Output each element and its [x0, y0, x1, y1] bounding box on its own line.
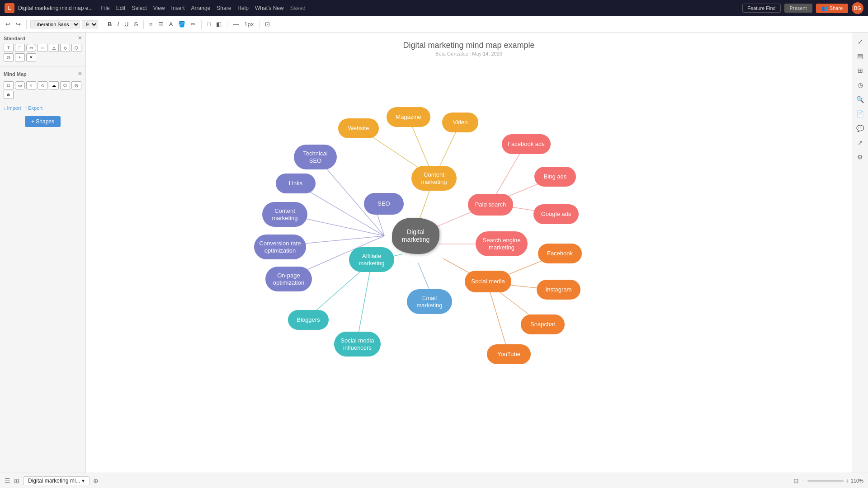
menu-whatsnew[interactable]: What's New	[255, 5, 284, 11]
shape-cross[interactable]: ✕	[26, 53, 36, 61]
node-content-label: Contentmarketing	[421, 171, 447, 185]
ms-hexagon[interactable]: ⬡	[60, 81, 70, 89]
tab-chevron[interactable]: ▾	[82, 478, 85, 484]
node-video[interactable]: Video	[442, 113, 478, 132]
node-links[interactable]: Links	[276, 174, 316, 193]
search-icon[interactable]: 🔍	[854, 93, 867, 106]
share2-icon[interactable]: ↗	[854, 136, 867, 149]
comment-icon[interactable]: 💬	[854, 122, 867, 135]
ms-rect[interactable]: □	[4, 81, 14, 89]
border-button[interactable]: □	[205, 20, 212, 28]
align-left-button[interactable]: ≡	[147, 20, 155, 28]
canvas-area[interactable]: Digital marketing mind map example Beta …	[86, 33, 852, 473]
node-paid-search[interactable]: Paid search	[468, 194, 513, 216]
standard-close[interactable]: ✕	[78, 35, 82, 41]
ms-cloud[interactable]: ☁	[49, 81, 59, 89]
fill-color-button[interactable]: 🪣	[176, 20, 187, 28]
export-link[interactable]: ↑ Export	[25, 105, 42, 111]
share-button[interactable]: 👥 Share	[816, 4, 848, 13]
node-snapchat[interactable]: Snapchat	[521, 314, 565, 334]
add-page-icon[interactable]: ⊕	[93, 477, 99, 484]
ms-rounded[interactable]: ▭	[15, 81, 25, 89]
underline-button[interactable]: U	[123, 20, 130, 28]
shape-triangle[interactable]: △	[49, 44, 59, 52]
node-conversion[interactable]: Conversion rateoptimization	[254, 235, 306, 259]
node-bing-ads[interactable]: Bing ads	[534, 167, 576, 187]
font-select[interactable]: Liberation Sans	[30, 20, 80, 28]
node-email[interactable]: Emailmarketing	[407, 289, 452, 314]
node-website[interactable]: Website	[338, 118, 379, 138]
node-facebook-ads[interactable]: Facebook ads	[502, 134, 551, 154]
zoom-in-button[interactable]: +	[845, 477, 849, 484]
ms-diamond[interactable]: ◇	[38, 81, 47, 89]
grid-view-icon[interactable]: ⊞	[14, 477, 19, 484]
history-icon[interactable]: ◷	[854, 79, 867, 91]
menu-insert[interactable]: Insert	[171, 5, 185, 11]
menu-view[interactable]: View	[153, 5, 165, 11]
shape-circle[interactable]: ○	[38, 44, 47, 52]
shape-plus[interactable]: +	[15, 53, 25, 61]
ms-circle[interactable]: ○	[26, 81, 36, 89]
node-digital-marketing[interactable]: Digitalmarketing	[392, 218, 439, 254]
insert-icon[interactable]: ⊞	[854, 64, 867, 77]
zoom-fit-button[interactable]: ⊡	[263, 20, 272, 28]
node-content-marketing[interactable]: Contentmarketing	[411, 166, 457, 191]
node-bloggers[interactable]: Bloggers	[288, 310, 329, 330]
node-magazine[interactable]: Magazine	[387, 107, 430, 127]
shape-rounded[interactable]: ▭	[26, 44, 36, 52]
node-seo[interactable]: SEO	[364, 193, 404, 215]
shape-text[interactable]: T	[4, 44, 14, 52]
font-size-select[interactable]: 9 pt 10 pt 12 pt	[82, 20, 98, 28]
shadow-button[interactable]: ◧	[214, 20, 223, 28]
diagram-tab[interactable]: Digital marketing mi... ▾	[23, 476, 90, 485]
shape-circle2[interactable]: ◎	[4, 53, 14, 61]
menu-arrange[interactable]: Arrange	[191, 5, 211, 11]
italic-button[interactable]: I	[115, 20, 121, 28]
node-youtube[interactable]: YouTube	[487, 344, 531, 364]
menu-file[interactable]: File	[101, 5, 109, 11]
node-content-seo[interactable]: Contentmarketing	[262, 202, 307, 227]
line-style-button[interactable]: —	[231, 20, 241, 28]
font-color-button[interactable]: A	[167, 20, 175, 28]
node-instagram[interactable]: Instagram	[537, 280, 580, 300]
format-icon[interactable]: ▤	[854, 50, 867, 62]
mindmap-close[interactable]: ✕	[78, 71, 82, 77]
present-button[interactable]: Present	[784, 4, 812, 13]
ms-plus[interactable]: ⊕	[4, 91, 14, 99]
shape-rect[interactable]: □	[15, 44, 25, 52]
avatar[interactable]: BG	[852, 2, 863, 14]
node-onpage[interactable]: On-pageoptimization	[265, 267, 312, 291]
zoom-slider[interactable]	[807, 480, 844, 482]
strikethrough-button[interactable]: S	[132, 20, 140, 28]
undo-button[interactable]: ↩	[4, 20, 12, 28]
shape-hexagon[interactable]: ⬡	[71, 44, 81, 52]
import-link[interactable]: ↓ Import	[4, 105, 21, 111]
node-sem[interactable]: Search enginemarketing	[476, 231, 528, 256]
zoom-out-button[interactable]: −	[802, 477, 805, 484]
node-affiliate[interactable]: Affiliatemarketing	[349, 247, 394, 272]
line-color-button[interactable]: ✏	[189, 20, 198, 28]
node-social-media[interactable]: Social media	[465, 271, 511, 292]
line-width-button[interactable]: 1px	[242, 20, 255, 28]
menu-select[interactable]: Select	[132, 5, 146, 11]
menu-help[interactable]: Help	[237, 5, 249, 11]
settings-icon[interactable]: ⚙	[854, 151, 867, 164]
node-technical-seo[interactable]: TechnicalSEO	[294, 145, 337, 169]
align-center-button[interactable]: ☰	[156, 20, 165, 28]
bold-button[interactable]: B	[106, 20, 113, 28]
feature-find-button[interactable]: Feature Find	[742, 4, 780, 13]
node-facebook[interactable]: Facebook	[538, 244, 582, 263]
menu-share[interactable]: Share	[217, 5, 231, 11]
add-shapes-button[interactable]: + Shapes	[25, 116, 61, 127]
ms-circle2[interactable]: ◎	[71, 81, 81, 89]
menu-edit[interactable]: Edit	[116, 5, 126, 11]
list-view-icon[interactable]: ☰	[5, 477, 10, 484]
node-google-ads[interactable]: Google ads	[533, 204, 579, 224]
shape-diamond[interactable]: ◇	[60, 44, 70, 52]
expand-icon[interactable]: ⤢	[854, 35, 867, 48]
app-logo[interactable]: L	[5, 3, 14, 13]
node-social-influencers[interactable]: Social mediainfluencers	[334, 332, 381, 357]
fit-icon[interactable]: ⊡	[793, 477, 799, 484]
export-icon[interactable]: 📄	[854, 108, 867, 120]
redo-button[interactable]: ↪	[14, 20, 23, 28]
